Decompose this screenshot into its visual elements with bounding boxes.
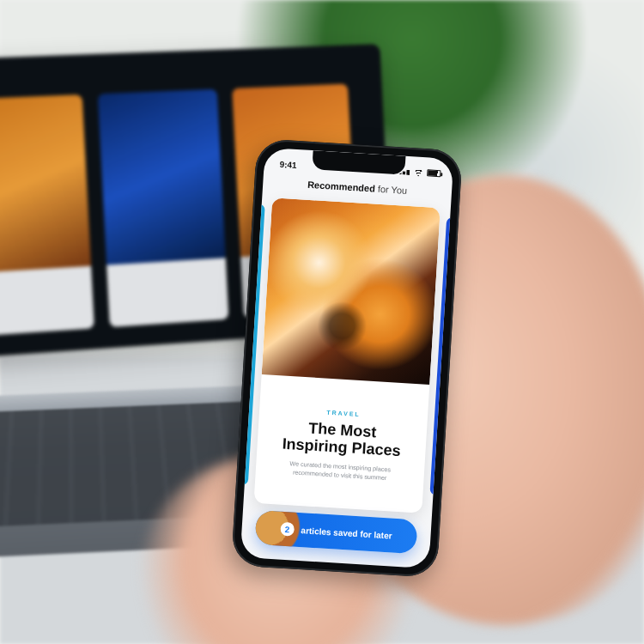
card-subtitle: We curated the most inspiring places rec… bbox=[267, 458, 412, 483]
statusbar-icons bbox=[398, 167, 441, 178]
wifi-icon bbox=[413, 167, 424, 177]
phone-screen: 9:41 Recommended for You TRAVEL The Most… bbox=[240, 148, 454, 569]
page-title-bold: Recommended bbox=[307, 179, 375, 194]
card-wrap: TRAVEL The Most Inspiring Places We cura… bbox=[253, 197, 440, 513]
battery-icon bbox=[427, 169, 440, 177]
saved-articles-pill[interactable]: 2 articles saved for later bbox=[255, 510, 418, 554]
saved-count-badge: 2 bbox=[280, 522, 295, 537]
card-hero-image bbox=[262, 197, 440, 385]
phone-frame: 9:41 Recommended for You TRAVEL The Most… bbox=[231, 138, 463, 578]
card-body: TRAVEL The Most Inspiring Places We cura… bbox=[253, 374, 429, 513]
card-headline: The Most Inspiring Places bbox=[269, 416, 415, 459]
laptop-card bbox=[98, 89, 229, 327]
laptop-card bbox=[0, 94, 94, 337]
statusbar-time: 9:41 bbox=[279, 159, 297, 169]
saved-label: articles saved for later bbox=[301, 526, 392, 540]
page-title-light: for You bbox=[375, 184, 408, 196]
article-card[interactable]: TRAVEL The Most Inspiring Places We cura… bbox=[253, 197, 440, 513]
